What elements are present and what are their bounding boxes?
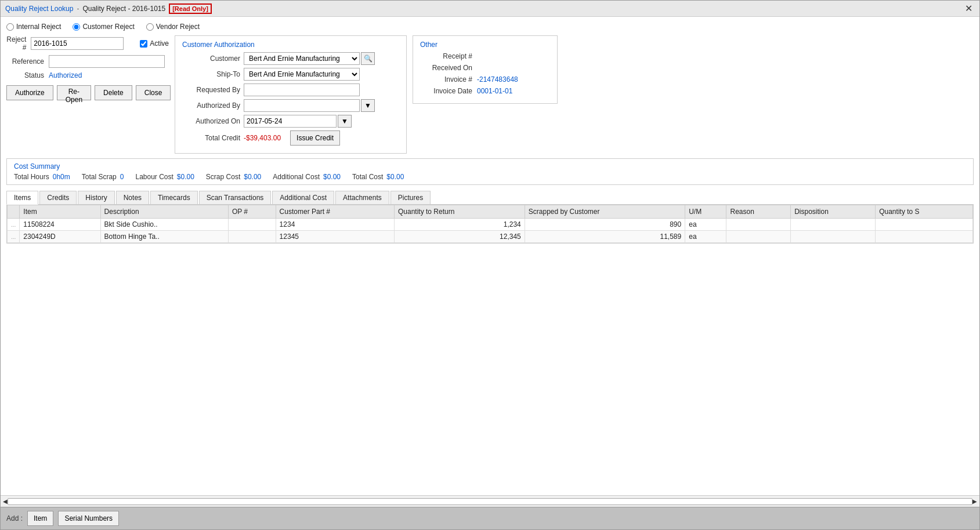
reject-type-row: Internal Reject Customer Reject Vendor R… [6, 23, 974, 31]
scroll-left-arrow[interactable]: ◀ [3, 498, 8, 504]
authorize-button[interactable]: Authorize [6, 85, 53, 100]
authorized-by-input[interactable] [244, 99, 360, 112]
close-window-button[interactable]: ✕ [963, 3, 975, 14]
active-label: Active [150, 39, 169, 48]
scroll-right-arrow[interactable]: ▶ [972, 498, 977, 504]
reject-num-label: Reject # [6, 35, 26, 52]
close-button[interactable]: Close [136, 85, 171, 100]
requested-by-label: Requested By [182, 86, 240, 94]
tab-notes[interactable]: Notes [116, 191, 149, 204]
col-scrapped-by-cust[interactable]: Scrapped by Customer [525, 205, 685, 219]
col-um[interactable]: U/M [685, 205, 726, 219]
labour-cost-label: Labour Cost [135, 173, 173, 181]
total-scrap-value: 0 [120, 173, 124, 181]
cell-um: ea [685, 219, 726, 231]
horizontal-scroll-area[interactable]: ◀ ▶ [1, 495, 979, 507]
left-fields: Reject # Active Reference Status Authori… [6, 35, 169, 100]
col-qty-return[interactable]: Quantity to Return [395, 205, 525, 219]
customer-auth-title: Customer Authorization [182, 41, 399, 49]
customer-search-button[interactable]: 🔍 [361, 52, 375, 65]
tab-credits[interactable]: Credits [39, 191, 77, 204]
col-description[interactable]: Description [100, 205, 228, 219]
issue-credit-button[interactable]: Issue Credit [290, 130, 340, 146]
additional-cost-label: Additional Cost [273, 173, 320, 181]
internal-reject-radio[interactable] [6, 23, 14, 31]
tab-pictures[interactable]: Pictures [390, 191, 431, 204]
total-hours-item: Total Hours 0h0m [14, 173, 70, 181]
cost-summary-section: Cost Summary Total Hours 0h0m Total Scra… [6, 158, 974, 185]
cell-disposition [791, 219, 876, 231]
customer-reject-radio[interactable] [73, 23, 80, 31]
total-cost-label: Total Cost [352, 173, 383, 181]
authorized-on-group: ▼ [244, 115, 352, 128]
other-title: Other [420, 41, 550, 49]
reference-input[interactable] [49, 55, 165, 68]
add-serial-numbers-button[interactable]: Serial Numbers [58, 511, 119, 526]
requested-by-input[interactable] [244, 84, 360, 96]
delete-button[interactable]: Delete [95, 85, 132, 100]
reopen-button[interactable]: Re-Open [57, 85, 91, 100]
internal-reject-radio-group[interactable]: Internal Reject [6, 23, 61, 31]
breadcrumb-link[interactable]: Quality Reject Lookup [5, 5, 73, 13]
main-content: Internal Reject Customer Reject Vendor R… [1, 17, 979, 495]
status-label: Status [6, 71, 44, 79]
tab-history[interactable]: History [78, 191, 114, 204]
cell-reason [726, 231, 791, 243]
title-sep: - [77, 5, 79, 13]
tab-items[interactable]: Items [6, 191, 38, 205]
cell-customer-part: 12345 [276, 231, 394, 243]
add-item-button[interactable]: Item [27, 511, 53, 526]
authorized-by-dropdown-button[interactable]: ▼ [361, 99, 375, 112]
col-item[interactable]: Item [20, 205, 100, 219]
col-reason[interactable]: Reason [726, 205, 791, 219]
cell-disposition [791, 231, 876, 243]
authorized-on-input[interactable] [244, 115, 337, 128]
items-table-container: Item Description OP # Customer Part # Qu… [6, 205, 974, 244]
table-row[interactable]: ... 2304249D Bottom Hinge Ta.. 12345 12,… [8, 231, 973, 243]
ship-to-row: Ship-To Bert And Ernie Manufacturing [182, 68, 399, 81]
customer-select[interactable]: Bert And Ernie Manufacturing [244, 52, 360, 65]
table-body: ... 11508224 Bkt Side Cushio.. 1234 1,23… [8, 219, 973, 243]
vendor-reject-label: Vendor Reject [156, 23, 200, 31]
vendor-reject-radio[interactable] [146, 23, 154, 31]
authorized-by-row: Authorized By ▼ [182, 99, 399, 112]
total-scrap-item: Total Scrap 0 [82, 173, 124, 181]
col-disposition[interactable]: Disposition [791, 205, 876, 219]
receipt-num-row: Receipt # [420, 52, 550, 60]
cell-scrapped-by-cust: 890 [525, 219, 685, 231]
vendor-reject-radio-group[interactable]: Vendor Reject [146, 23, 200, 31]
ship-to-label: Ship-To [182, 70, 240, 78]
cell-reason [726, 219, 791, 231]
col-qty-s[interactable]: Quantity to S [876, 205, 973, 219]
total-scrap-label: Total Scrap [82, 173, 117, 181]
cell-op [228, 231, 276, 243]
table-row[interactable]: ... 11508224 Bkt Side Cushio.. 1234 1,23… [8, 219, 973, 231]
tabs-bar: Items Credits History Notes Timecards Sc… [6, 191, 974, 205]
tab-additional-cost[interactable]: Additional Cost [272, 191, 334, 204]
cell-qty-s [876, 231, 973, 243]
scrap-cost-label: Scrap Cost [206, 173, 240, 181]
horizontal-scrollbar[interactable] [8, 498, 972, 505]
authorized-on-dropdown-button[interactable]: ▼ [338, 115, 352, 128]
customer-select-group: Bert And Ernie Manufacturing 🔍 [244, 52, 375, 65]
requested-by-row: Requested By [182, 84, 399, 96]
active-checkbox[interactable] [140, 40, 147, 48]
add-label: Add : [6, 514, 23, 522]
tabs-section: Items Credits History Notes Timecards Sc… [6, 191, 974, 244]
customer-reject-radio-group[interactable]: Customer Reject [73, 23, 134, 31]
reject-num-row: Reject # Active [6, 35, 169, 52]
cost-summary-title: Cost Summary [14, 162, 966, 170]
action-buttons-row: Authorize Re-Open Delete Close [6, 85, 169, 100]
cell-item: 11508224 [20, 219, 100, 231]
cell-qty-return: 1,234 [395, 219, 525, 231]
col-customer-part[interactable]: Customer Part # [276, 205, 394, 219]
ship-to-select[interactable]: Bert And Ernie Manufacturing [244, 68, 360, 81]
tab-scan-transactions[interactable]: Scan Transactions [199, 191, 272, 204]
customer-reject-label: Customer Reject [82, 23, 134, 31]
col-op[interactable]: OP # [228, 205, 276, 219]
window-title: Quality Reject - 2016-1015 [82, 5, 165, 13]
tab-timecards[interactable]: Timecards [150, 191, 198, 204]
received-on-label: Received On [420, 64, 472, 72]
reject-num-input[interactable] [31, 37, 124, 50]
tab-attachments[interactable]: Attachments [335, 191, 389, 204]
